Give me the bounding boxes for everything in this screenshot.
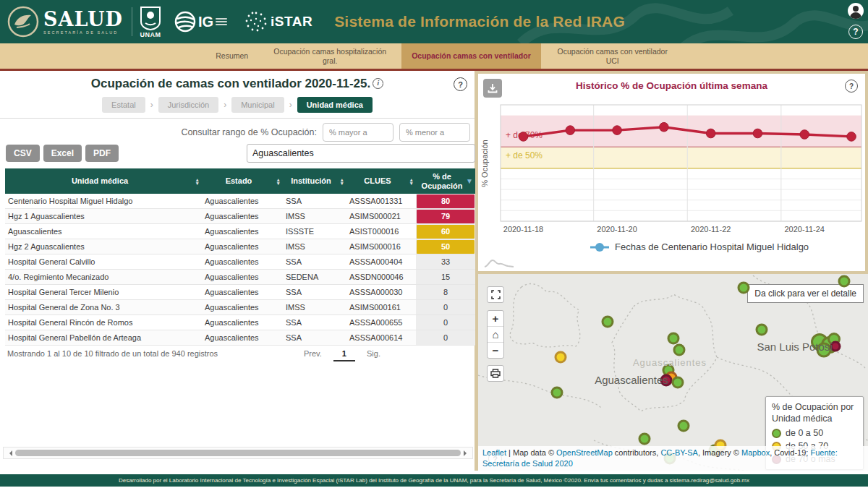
attribution-link[interactable]: Leaflet (482, 448, 506, 457)
cell-institucion: IMSS (283, 300, 346, 315)
table-row[interactable]: Hgz 2 AguascalientesAguascalientesIMSSAS… (5, 239, 475, 254)
hospital-marker-verde[interactable] (672, 377, 684, 389)
hospital-marker-verde[interactable] (602, 316, 614, 328)
breadcrumb-unidad-médica[interactable]: Unidad médica (297, 97, 373, 113)
hospital-marker-verde[interactable] (639, 433, 651, 445)
range-max-input[interactable] (399, 123, 470, 142)
excel-export-button[interactable]: Excel (43, 145, 82, 162)
attribution-link[interactable]: CC-BY-SA (660, 448, 698, 457)
tab-0[interactable]: Resumen (205, 43, 258, 69)
legend-label: de 0 a 50 (786, 428, 823, 438)
csv-export-button[interactable]: CSV (6, 145, 40, 162)
scroll-right-arrow[interactable] (464, 450, 469, 456)
history-chart-panel: Histórico % de Ocupación última semana ?… (478, 74, 868, 274)
app-window: SALUD SECRETARÍA DE SALUD UNAM IG (0, 0, 868, 488)
cell-estado: Aguascalientes (202, 285, 283, 300)
cell-institucion: SSA (283, 194, 346, 209)
home-button[interactable]: ⌂ (488, 327, 503, 343)
range-filter-label: Consultar rango de % Ocupación: (181, 127, 317, 137)
svg-text:2020-11-20: 2020-11-20 (597, 225, 637, 234)
pagination-page-1[interactable]: 1 (333, 349, 355, 361)
table-row[interactable]: 4/o. Regimiento MecanizadoAguascalientes… (5, 270, 475, 285)
tab-3[interactable]: Ocupación camas con ventilador UCI (541, 43, 684, 69)
breadcrumb-jurisdicción[interactable]: Jurisdicción (158, 97, 218, 113)
cell-unidad: Hospital General Rincón de Romos (5, 315, 202, 330)
hospital-marker-verde[interactable] (673, 344, 686, 356)
table-row[interactable]: Hospital General de Zona No. 3Aguascalie… (5, 300, 475, 315)
cell-ocupacion: 0 (416, 330, 475, 346)
sort-icon[interactable]: ▲▼ (409, 178, 414, 185)
col-header[interactable]: % de Ocupación▼ (416, 168, 475, 194)
hospital-marker-verde[interactable] (668, 333, 680, 345)
sort-desc-icon[interactable]: ▼ (466, 177, 473, 186)
table-row[interactable]: Hospital General Pabellón de ArteagaAgua… (5, 330, 475, 346)
occupancy-badge: 60 (417, 225, 475, 239)
print-control[interactable] (487, 365, 504, 382)
ig-wordmark: IG (198, 15, 213, 28)
breadcrumb-separator: › (224, 100, 226, 110)
attribution-link[interactable]: Mapbox (741, 448, 770, 457)
breadcrumb-estatal[interactable]: Estatal (102, 97, 145, 113)
attribution-text: , Covid-19; (770, 448, 810, 457)
ig-logo: IG (174, 11, 227, 33)
print-icon[interactable] (488, 366, 503, 381)
map-panel[interactable]: + ⌂ − Da click para ver el detalle Aguas… (478, 274, 868, 471)
user-account-icon[interactable] (848, 3, 864, 19)
svg-text:% Ocupación: % Ocupación (480, 140, 489, 187)
info-icon[interactable]: i (373, 78, 383, 89)
zoom-control: + ⌂ − (487, 310, 504, 359)
hospital-marker-verde[interactable] (738, 282, 750, 294)
cell-ocupacion: 50 (416, 239, 475, 254)
cell-estado: Aguascalientes (202, 194, 283, 209)
hospital-marker-verde[interactable] (838, 275, 851, 288)
cell-unidad: Hgz 2 Aguascalientes (5, 239, 202, 254)
cell-institucion: SSA (283, 315, 346, 330)
table-row[interactable]: Hospital General Tercer MilenioAguascali… (5, 285, 475, 300)
sort-icon[interactable]: ▲▼ (340, 178, 344, 185)
unam-wordmark: UNAM (140, 31, 161, 38)
hospital-marker-verde[interactable] (678, 420, 690, 432)
search-input[interactable] (247, 144, 475, 163)
sort-icon[interactable]: ▲▼ (276, 178, 281, 185)
table-row[interactable]: Centenario Hospital Miguel HidalgoAguasc… (5, 194, 475, 209)
horizontal-scrollbar[interactable] (3, 447, 473, 459)
occupancy-line-chart[interactable]: + de 70%+ de 50%2020-11-182020-11-202020… (478, 74, 866, 256)
cell-ocupacion: 60 (416, 224, 475, 239)
hospital-marker-verde[interactable] (551, 387, 563, 399)
table-row[interactable]: Hospital General Rincón de RomosAguascal… (5, 315, 475, 330)
cell-clues: ASSSA000655 (346, 315, 416, 330)
pagination-next[interactable]: Sig. (367, 349, 380, 361)
col-header[interactable]: Unidad médica▲▼ (5, 168, 202, 194)
table-row[interactable]: Hospital General CalvilloAguascalientesS… (5, 254, 475, 270)
hospital-marker-amarillo[interactable] (555, 351, 567, 364)
sort-icon[interactable]: ▲▼ (195, 178, 200, 185)
scrollbar-thumb[interactable] (15, 450, 461, 456)
tab-1[interactable]: Ocupación camas hospitalización gral. (258, 43, 401, 69)
map-label: Aguascalientes (595, 374, 668, 386)
zoom-in-button[interactable]: + (488, 311, 503, 327)
breadcrumb-municipal[interactable]: Municipal (231, 97, 284, 113)
panel-help-icon[interactable]: ? (454, 77, 467, 91)
sparkline-navigator-icon[interactable] (484, 257, 514, 268)
fullscreen-icon[interactable] (488, 287, 503, 302)
col-header[interactable]: Institución▲▼ (283, 168, 346, 194)
hospital-marker-verde[interactable] (756, 324, 768, 336)
cell-institucion: SSA (283, 330, 346, 346)
pdf-export-button[interactable]: PDF (85, 145, 119, 162)
tab-2[interactable]: Ocupación camas con ventilador (401, 43, 541, 69)
map-attribution: Leaflet | Map data © OpenStreetMap contr… (478, 446, 868, 471)
zoom-out-button[interactable]: − (488, 343, 503, 358)
fullscreen-control[interactable] (487, 286, 504, 303)
scroll-left-arrow[interactable] (7, 450, 12, 456)
pagination-prev[interactable]: Prev. (304, 349, 322, 361)
table-row[interactable]: AguascalientesAguascalientesISSSTEASIST0… (5, 224, 475, 239)
occupancy-badge: 50 (417, 240, 475, 254)
cell-unidad: Hospital General Pabellón de Arteaga (5, 330, 202, 346)
header-help-icon[interactable]: ? (848, 25, 863, 39)
col-header[interactable]: CLUES▲▼ (346, 168, 416, 194)
range-min-input[interactable] (323, 123, 393, 142)
attribution-link[interactable]: OpenStreetMap (556, 448, 613, 457)
table-row[interactable]: Hgz 1 AguascalientesAguascalientesIMSSAS… (5, 209, 475, 224)
occupancy-badge: 79 (417, 210, 475, 223)
col-header[interactable]: Estado▲▼ (202, 168, 283, 194)
